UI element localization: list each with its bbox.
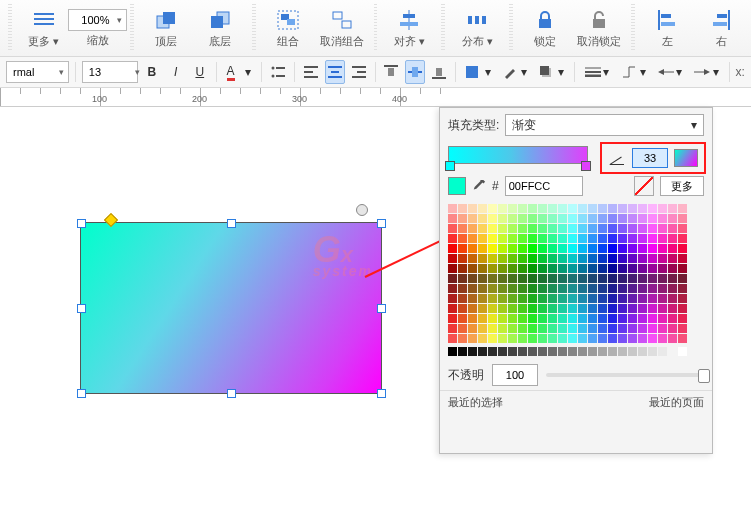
hex-input[interactable] (505, 176, 583, 196)
palette-cell[interactable] (678, 254, 687, 263)
palette-cell[interactable] (668, 224, 677, 233)
palette-cell[interactable] (478, 224, 487, 233)
palette-cell[interactable] (538, 224, 547, 233)
palette-cell[interactable] (618, 284, 627, 293)
zoom-input[interactable] (73, 13, 117, 27)
palette-cell[interactable] (528, 264, 537, 273)
palette-cell[interactable] (448, 224, 457, 233)
palette-cell[interactable] (518, 314, 527, 323)
palette-cell[interactable] (598, 324, 607, 333)
gradient-stop-end[interactable] (581, 161, 591, 171)
palette-cell[interactable] (638, 284, 647, 293)
palette-cell[interactable] (588, 214, 597, 223)
palette-cell[interactable] (478, 334, 487, 343)
palette-cell[interactable] (648, 224, 657, 233)
palette-cell[interactable] (598, 274, 607, 283)
palette-cell[interactable] (458, 347, 467, 356)
palette-cell[interactable] (648, 324, 657, 333)
palette-cell[interactable] (468, 304, 477, 313)
palette-cell[interactable] (528, 204, 537, 213)
palette-cell[interactable] (538, 347, 547, 356)
palette-cell[interactable] (628, 214, 637, 223)
palette-cell[interactable] (488, 294, 497, 303)
palette-cell[interactable] (488, 264, 497, 273)
palette-cell[interactable] (668, 214, 677, 223)
palette-cell[interactable] (568, 224, 577, 233)
no-fill-button[interactable] (634, 176, 654, 196)
palette-cell[interactable] (518, 254, 527, 263)
palette-cell[interactable] (548, 214, 557, 223)
palette-cell[interactable] (508, 254, 517, 263)
palette-cell[interactable] (538, 214, 547, 223)
valign-middle-button[interactable] (405, 60, 425, 84)
palette-cell[interactable] (588, 294, 597, 303)
palette-cell[interactable] (628, 224, 637, 233)
palette-cell[interactable] (618, 264, 627, 273)
palette-cell[interactable] (628, 314, 637, 323)
palette-cell[interactable] (638, 324, 647, 333)
palette-cell[interactable] (498, 204, 507, 213)
palette-cell[interactable] (608, 264, 617, 273)
palette-cell[interactable] (528, 334, 537, 343)
palette-cell[interactable] (558, 324, 567, 333)
palette-cell[interactable] (608, 224, 617, 233)
palette-cell[interactable] (578, 304, 587, 313)
palette-cell[interactable] (648, 304, 657, 313)
palette-cell[interactable] (508, 214, 517, 223)
palette-cell[interactable] (488, 254, 497, 263)
font-color-button[interactable]: A▾ (223, 60, 256, 84)
palette-cell[interactable] (608, 244, 617, 253)
palette-cell[interactable] (528, 314, 537, 323)
palette-cell[interactable] (488, 334, 497, 343)
palette-cell[interactable] (588, 234, 597, 243)
palette-cell[interactable] (558, 244, 567, 253)
palette-cell[interactable] (548, 224, 557, 233)
palette-cell[interactable] (538, 314, 547, 323)
palette-cell[interactable] (478, 304, 487, 313)
palette-cell[interactable] (648, 314, 657, 323)
palette-cell[interactable] (528, 284, 537, 293)
palette-cell[interactable] (598, 314, 607, 323)
bullets-button[interactable] (268, 60, 288, 84)
palette-cell[interactable] (668, 304, 677, 313)
palette-cell[interactable] (648, 274, 657, 283)
palette-cell[interactable] (658, 264, 667, 273)
palette-cell[interactable] (678, 324, 687, 333)
palette-cell[interactable] (458, 274, 467, 283)
palette-cell[interactable] (608, 204, 617, 213)
palette-cell[interactable] (468, 254, 477, 263)
slider-thumb[interactable] (698, 369, 710, 383)
palette-cell[interactable] (528, 347, 537, 356)
palette-cell[interactable] (658, 214, 667, 223)
palette-cell[interactable] (628, 234, 637, 243)
palette-cell[interactable] (678, 264, 687, 273)
palette-cell[interactable] (528, 244, 537, 253)
palette-cell[interactable] (488, 274, 497, 283)
resize-handle-nw[interactable] (77, 219, 86, 228)
palette-cell[interactable] (658, 204, 667, 213)
palette-cell[interactable] (488, 347, 497, 356)
palette-cell[interactable] (588, 314, 597, 323)
unlock-button[interactable]: 取消锁定 (577, 8, 621, 49)
palette-cell[interactable] (618, 347, 627, 356)
palette-cell[interactable] (608, 294, 617, 303)
palette-cell[interactable] (448, 254, 457, 263)
eyedropper-icon[interactable] (472, 179, 486, 193)
palette-cell[interactable] (658, 324, 667, 333)
palette-cell[interactable] (628, 244, 637, 253)
palette-cell[interactable] (458, 224, 467, 233)
palette-cell[interactable] (498, 234, 507, 243)
canvas[interactable]: Gx system 填充类型: 渐变▾ (0, 107, 751, 505)
palette-cell[interactable] (608, 214, 617, 223)
palette-cell[interactable] (678, 224, 687, 233)
palette-cell[interactable] (488, 284, 497, 293)
palette-cell[interactable] (668, 294, 677, 303)
palette-cell[interactable] (478, 254, 487, 263)
ungroup-button[interactable]: 取消组合 (320, 8, 364, 49)
palette-cell[interactable] (508, 274, 517, 283)
palette-cell[interactable] (678, 304, 687, 313)
recent-page-label[interactable]: 最近的页面 (649, 395, 704, 410)
palette-cell[interactable] (538, 234, 547, 243)
palette-cell[interactable] (448, 264, 457, 273)
palette-cell[interactable] (608, 324, 617, 333)
